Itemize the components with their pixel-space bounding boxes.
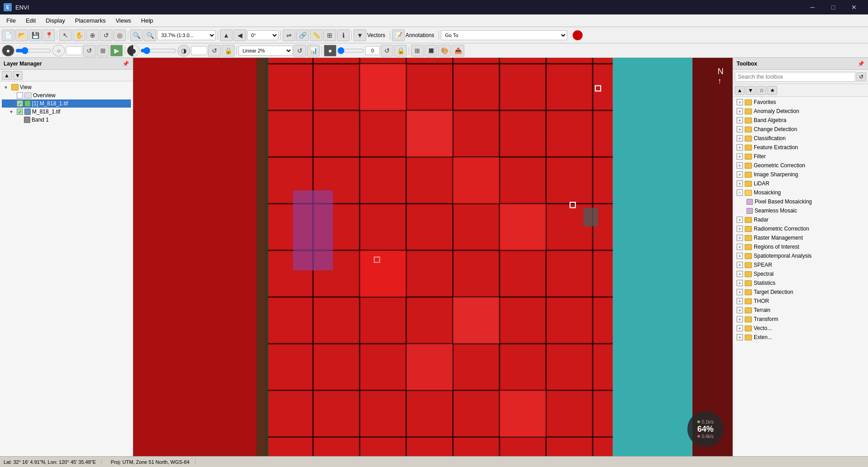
brightness-slider[interactable] [15,47,51,54]
toolbox-item-vectors[interactable]: + Vecto... [734,324,867,333]
open-button[interactable]: 📂 [15,29,28,41]
toolbox-down-btn[interactable]: ▼ [746,86,756,95]
maximize-button[interactable]: □ [823,0,844,14]
pin-button[interactable]: 📍 [42,29,55,41]
spear-expand-icon[interactable]: + [737,262,743,268]
refresh-stretch-btn[interactable]: ↺ [294,45,306,57]
lidar-expand-icon[interactable]: + [737,180,743,187]
toolbox-item-pixel-mosaicking[interactable]: Pixel Based Mosaicking [734,197,867,206]
toolbox-item-regions-of-interest[interactable]: + Regions of Interest [734,242,867,251]
layer2-expand[interactable]: ▼ [9,109,15,114]
geo-tool[interactable]: ◎ [113,29,126,41]
histogram-btn[interactable]: 📊 [307,45,320,57]
thor-expand-icon[interactable]: + [737,298,743,304]
toolbox-search-input[interactable] [735,72,855,82]
half-circle-light[interactable]: ◑ [177,45,190,57]
spectral-expand-icon[interactable]: + [737,271,743,277]
toolbox-item-raster-management[interactable]: + Raster Management [734,233,867,242]
zoom-out-button[interactable]: 🔍 [144,29,156,41]
feature-ext-expand-icon[interactable]: + [737,144,743,151]
img-sharp-expand-icon[interactable]: + [737,171,743,178]
arrow-tool[interactable]: ↖ [59,29,72,41]
goto-select[interactable]: Go To [441,30,567,40]
toolbox-item-favorites[interactable]: + Favorites [734,98,867,107]
band-algebra-expand-icon[interactable]: + [737,117,743,123]
export-btn[interactable]: 📤 [452,45,464,57]
sharpen-dark[interactable]: ● [324,45,336,57]
sharpen-slider[interactable] [337,47,364,54]
target-det-expand-icon[interactable]: + [737,289,743,295]
toolbox-item-spatiotemporal-analysis[interactable]: + Spatiotemporal Analysis [734,251,867,260]
lock-btn[interactable]: 🔒 [222,45,234,57]
toolbox-pin[interactable]: 📌 [858,61,864,67]
tree-layer2-item[interactable]: ▼ M_818_1.tif [2,108,131,116]
radar-expand-icon[interactable]: + [737,217,743,223]
toolbox-item-radiometric-correction[interactable]: + Radiometric Correction [734,224,867,233]
extensions-expand-icon[interactable]: + [737,334,743,340]
prev-view-button[interactable]: ◀ [233,29,246,41]
layer-manager-pin[interactable]: 📌 [122,61,129,67]
vectors-tool-expand-icon[interactable]: + [737,325,743,331]
tree-view-item[interactable]: ▼ View [2,83,131,91]
vectors-dropdown-btn[interactable]: ▼ [354,29,366,41]
rotate-tool[interactable]: ↺ [100,29,112,41]
layer1-expand[interactable]: ▼ [9,101,15,106]
menu-edit[interactable]: Edit [21,15,40,26]
light-circle-btn[interactable]: ○ [52,45,65,57]
layer1-checkbox[interactable] [17,100,23,107]
transform-expand-icon[interactable]: + [737,316,743,322]
geo-corr-expand-icon[interactable]: + [737,162,743,169]
save-button[interactable]: 💾 [29,29,42,41]
zoom-band-btn[interactable]: 🔳 [425,45,437,57]
zoom-in-button[interactable]: 🔍 [130,29,143,41]
toolbox-item-statistics[interactable]: + Statistics [734,278,867,288]
sync-button[interactable]: ⇌ [283,29,295,41]
lock-sharpen-btn[interactable]: 🔒 [394,45,407,57]
auto-stretch-btn[interactable]: ▶ [110,45,123,57]
toolbox-item-thor[interactable]: + THOR [734,297,867,306]
toolbox-item-spear[interactable]: + SPEAR [734,260,867,269]
apply-stretch-btn[interactable]: ⊞ [97,45,109,57]
raster-mgmt-expand-icon[interactable]: + [737,235,743,241]
toolbox-item-extensions[interactable]: + Exten... [734,333,867,342]
anomaly-expand-icon[interactable]: + [737,108,743,114]
toolbox-item-spectral[interactable]: + Spectral [734,269,867,278]
tree-overview-item[interactable]: Overview [2,91,131,99]
radio-corr-expand-icon[interactable]: + [737,226,743,232]
toolbox-item-target-detection[interactable]: + Target Detection [734,288,867,297]
grid-button[interactable]: ⊞ [323,29,336,41]
tree-layer1-item[interactable]: ▼ [1] M_818_1.tif [2,99,131,108]
filter-expand-icon[interactable]: + [737,153,743,160]
contrast-value[interactable]: 10 [191,46,207,55]
toolbox-item-image-sharpening[interactable]: + Image Sharpening [734,170,867,179]
statistics-expand-icon[interactable]: + [737,280,743,286]
spatio-expand-icon[interactable]: + [737,253,743,259]
toolbox-refresh-btn[interactable]: ↺ [856,72,866,81]
link-button[interactable]: 🔗 [296,29,309,41]
red-circle-button[interactable] [573,30,583,40]
classification-expand-icon[interactable]: + [737,135,743,142]
tree-band1-item[interactable]: Band 1 [2,116,131,124]
toolbox-item-terrain[interactable]: + Terrain [734,306,867,315]
minimize-button[interactable]: ─ [802,0,823,14]
refresh-contrast-btn[interactable]: ↺ [208,45,221,57]
zoom-select[interactable]: 33.7% (1:3.0... [157,30,216,40]
toolbox-up-btn[interactable]: ▲ [735,86,745,95]
toolbox-item-geometric-correction[interactable]: + Geometric Correction [734,161,867,170]
mosaicking-expand-icon[interactable]: − [737,189,743,196]
close-button[interactable]: ✕ [844,0,864,14]
sharpen-value[interactable] [365,46,380,55]
toolbox-item-radar[interactable]: + Radar [734,215,867,224]
refresh-brightness-btn[interactable]: ↺ [83,45,96,57]
view-expand-icon[interactable]: ▼ [4,85,10,90]
map-area[interactable]: 0.1k/s 64% 0.4k/s N↑ [133,58,733,456]
half-circle-dark[interactable]: ◑ [127,45,140,57]
toolbox-item-mosaicking[interactable]: − Mosaicking [734,188,867,197]
annotations-btn[interactable]: 📝 [392,29,405,41]
toolbox-item-lidar[interactable]: + LiDAR [734,179,867,188]
favorites-expand-icon[interactable]: + [737,99,743,105]
toolbox-item-transform[interactable]: + Transform [734,315,867,324]
overview-checkbox[interactable] [17,92,23,99]
stretch-select[interactable]: Linear 2% [238,46,293,56]
menu-views[interactable]: Views [111,15,135,26]
